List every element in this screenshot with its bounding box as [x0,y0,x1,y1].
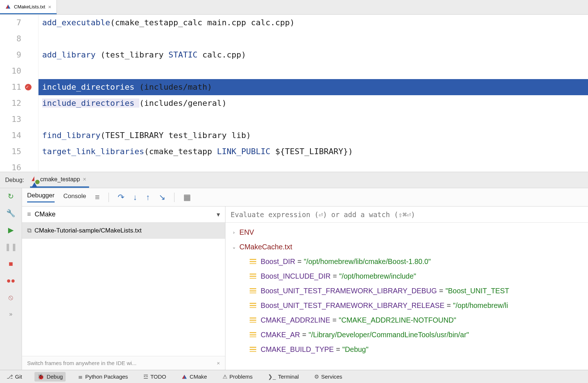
toolwindow-todo[interactable]: ☲ TODO [140,372,169,382]
frames-pane: ≡ CMake ▾ ⧉ CMake-Tutorial-sample/CMakeL… [22,207,225,370]
variable-icon [250,332,256,337]
equals: = [336,345,340,354]
frames-tip: Switch frames from anywhere in the IDE w… [22,356,225,370]
chevron-right-icon[interactable]: › [231,230,237,235]
toolwindow-cmake[interactable]: CMake [179,372,210,381]
toolwindow-git[interactable]: ⎇ Git [4,372,25,382]
more-icon[interactable]: » [7,310,15,319]
editor-code-area[interactable]: add_executable(cmake_testapp_calc main.c… [38,15,588,172]
variable-value: "Debug" [342,345,368,354]
tree-variable[interactable]: Boost_UNIT_TEST_FRAMEWORK_LIBRARY_RELEAS… [225,298,588,313]
frame-row[interactable]: ⧉ CMake-Tutorial-sample/CMakeLists.txt [22,223,225,239]
line-number: 9 [0,47,34,63]
bb-label: CMake [190,373,207,380]
rerun-icon[interactable]: ↻ [7,192,15,201]
stop-icon[interactable]: ■ [7,259,15,268]
equals: = [302,331,306,339]
equals: = [333,272,337,280]
variables-tree[interactable]: ›ENV⌄CMakeCache.txtBoost_DIR = "/opt/hom… [225,223,588,370]
frame-icon: ⧉ [27,227,32,234]
variable-name: Boost_UNIT_TEST_FRAMEWORK_LIBRARY_DEBUG [261,287,437,295]
bb-label: Problems [229,373,253,380]
bug-icon: 🐞 [37,373,44,380]
tree-node-cmakecache[interactable]: ⌄CMakeCache.txt [225,239,588,254]
file-tab-cmakelists[interactable]: CMakeLists.txt × [0,0,57,14]
code-line[interactable] [38,160,588,172]
debug-main: Debugger Console ≡ ↷ ↓ ↑ ↘ ▦ ≡ CMake ▾ [22,188,588,370]
variables-pane: ›ENV⌄CMakeCache.txtBoost_DIR = "/opt/hom… [225,207,588,370]
tree-variable[interactable]: Boost_UNIT_TEST_FRAMEWORK_LIBRARY_DEBUG … [225,283,588,298]
toolwindow-problems[interactable]: ⚠ Problems [220,372,256,382]
code-line[interactable]: include_directories (includes/math) [38,79,588,95]
breakpoint-icon[interactable] [25,84,32,90]
toolwindow-services[interactable]: ⚙ Services [311,372,345,382]
code-editor[interactable]: 78910111213141516 add_executable(cmake_t… [0,15,588,172]
settings-icon[interactable]: 🔧 [7,209,15,217]
run-to-cursor-icon[interactable]: ↘ [159,193,165,202]
file-tab-label: CMakeLists.txt [14,4,45,10]
tree-variable[interactable]: CMAKE_AR = "/Library/Developer/CommandLi… [225,327,588,342]
separator [109,193,109,202]
tree-variable[interactable]: CMAKE_BUILD_TYPE = "Debug" [225,342,588,357]
code-line[interactable] [38,111,588,127]
close-icon[interactable]: × [217,360,220,366]
variable-icon [250,259,256,264]
tree-node-label: CMakeCache.txt [239,243,292,251]
step-out-icon[interactable]: ↑ [146,193,150,202]
variable-icon [250,288,256,293]
tree-node-label: ENV [239,228,254,237]
code-line[interactable]: add_executable(cmake_testapp_calc main.c… [38,15,588,31]
toolwindow-python-packages[interactable]: ≣ Python Packages [75,372,131,382]
variable-value: "/opt/homebrew/lib/cmake/Boost-1.80.0" [304,257,431,266]
variable-name: CMAKE_BUILD_TYPE [261,345,334,354]
frames-dropdown-label: CMake [35,211,56,218]
toolwindow-terminal[interactable]: ❯_ Terminal [265,372,302,382]
thread-dump-icon[interactable]: ≡ [95,193,100,202]
bb-label: Services [321,373,342,380]
code-line[interactable]: find_library(TEST_LIBRARY test_library l… [38,127,588,144]
step-into-icon[interactable]: ↓ [133,193,137,202]
variable-icon [250,347,256,352]
tree-variable[interactable]: Boost_DIR = "/opt/homebrew/lib/cmake/Boo… [225,254,588,269]
bb-label: TODO [150,373,166,380]
close-icon[interactable]: × [48,4,51,10]
toolwindow-debug[interactable]: 🐞 Debug [34,372,66,382]
debug-run-config-tab[interactable]: cmake_testapp × [30,172,89,188]
frames-tip-text: Switch frames from anywhere in the IDE w… [27,360,136,366]
tab-debugger[interactable]: Debugger [27,192,55,202]
code-line[interactable]: add_library (test_library STATIC calc.cp… [38,47,588,63]
view-breakpoints-icon[interactable]: ●● [7,276,15,285]
terminal-icon: ❯_ [268,373,276,380]
equals: = [332,316,337,324]
step-over-icon[interactable]: ↷ [118,193,124,202]
variable-name: Boost_DIR [261,257,295,266]
pause-icon[interactable]: ❚❚ [7,242,15,251]
tree-variable[interactable]: CMAKE_ADDR2LINE = "CMAKE_ADDR2LINE-NOTFO… [225,313,588,327]
services-icon: ⚙ [314,373,319,380]
watch-input[interactable] [231,211,588,219]
tree-node-env[interactable]: ›ENV [225,225,588,239]
separator [174,193,174,202]
line-number: 10 [0,63,34,79]
mute-breakpoints-icon[interactable]: ⦸ [7,293,15,302]
line-number: 16 [0,160,34,172]
code-line[interactable]: include_directories (includes/general) [38,95,588,111]
debug-toolwindow-body: ↻ 🔧 ▶ ❚❚ ■ ●● ⦸ » Debugger Console ≡ ↷ ↓… [0,188,588,370]
evaluate-icon[interactable]: ▦ [183,193,191,202]
equals: = [297,257,301,266]
code-line[interactable] [38,31,588,47]
resume-icon[interactable]: ▶ [7,226,15,234]
line-number: 7 [0,15,34,31]
code-line[interactable] [38,63,588,79]
tab-console[interactable]: Console [63,193,86,202]
chevron-down-icon: ▾ [217,211,220,219]
chevron-down-icon[interactable]: ⌄ [231,244,237,250]
close-icon[interactable]: × [83,176,86,183]
tree-variable[interactable]: Boost_INCLUDE_DIR = "/opt/homebrew/inclu… [225,269,588,283]
code-line[interactable]: target_link_libraries(cmake_testapp LINK… [38,144,588,160]
line-number: 11 [0,79,34,95]
variable-icon [250,274,256,279]
frames-thread-dropdown[interactable]: ≡ CMake ▾ [22,207,225,223]
evaluate-expression-input[interactable] [225,207,588,223]
variable-name: CMAKE_ADDR2LINE [261,316,330,324]
